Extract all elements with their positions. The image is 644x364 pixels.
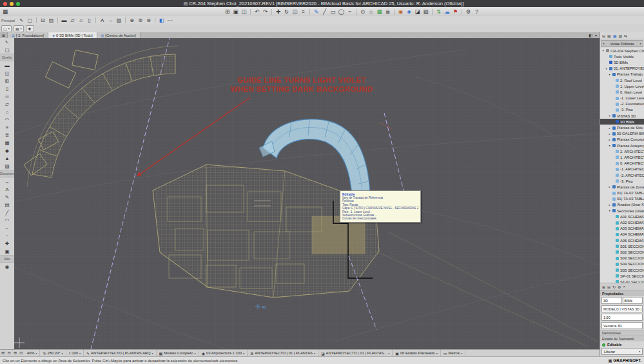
toolbox-group-documento[interactable]: Documento xyxy=(0,170,14,177)
nav-tree-item[interactable]: Todo Visible xyxy=(600,54,644,59)
settings-icon[interactable]: ⚙ xyxy=(464,8,473,15)
nav-tree-item[interactable]: ▸ Plantas Conceptuales xyxy=(600,137,644,143)
tree-caret-icon[interactable]: ▾ xyxy=(608,73,611,76)
toolbar-icon[interactable] xyxy=(57,17,58,23)
box-icon[interactable]: ▭ xyxy=(329,8,337,15)
renovation-filter-dropdown[interactable]: ▣ 06 Estado Planteado xyxy=(393,350,441,356)
figure-tool[interactable]: ▣ xyxy=(0,247,14,255)
toolbar-icon[interactable] xyxy=(356,9,356,15)
tab-overflow-icon[interactable]: ▾ xyxy=(595,33,597,37)
toolbar-icon[interactable] xyxy=(432,9,433,15)
shell-tool[interactable]: ◠ xyxy=(0,116,14,123)
roof-tool-icon[interactable]: ⌂ xyxy=(77,17,85,25)
toolbar-icon[interactable] xyxy=(462,9,462,15)
nav-tree-item[interactable]: 2. Roof Level xyxy=(600,77,644,83)
marquee-tool-icon[interactable]: ▢ xyxy=(26,17,34,25)
nav-tree-item[interactable]: S04 SECCION ARQ... xyxy=(600,261,644,267)
send-receive-icon[interactable]: ⇅ xyxy=(434,8,443,15)
nav-tree-item[interactable]: -2. ARCHITECTURAL... xyxy=(600,172,644,178)
fit-in-window-icon[interactable]: ⊡ xyxy=(18,350,24,356)
publisher-sets-icon[interactable]: ⇆ xyxy=(624,34,627,38)
line-tool[interactable]: ╱ xyxy=(0,208,14,216)
nav-tree-item[interactable]: 01) 7A-03 TABLA DE... xyxy=(600,196,644,202)
toolbar-icon[interactable] xyxy=(95,17,96,23)
nav-tree-item[interactable]: -1. Lower Level xyxy=(600,96,644,101)
minimize-window-button[interactable] xyxy=(10,2,14,6)
toolbox-group-mas[interactable]: Más xyxy=(0,255,14,263)
nav-tree-item[interactable]: -1. ARCHITECTURAL... xyxy=(600,167,644,172)
drawing-canvas[interactable]: GUIDE LINE TURNS LIGHT VIOLET WHEN SETTI… xyxy=(14,38,600,349)
detail-icon[interactable]: ▧ xyxy=(422,8,430,15)
tab-3d-bims[interactable]: ◈ 0 3D BIMs [3D | Todo] xyxy=(48,32,97,38)
toolbar-icon[interactable] xyxy=(155,17,155,23)
arrow-tool-icon[interactable]: ↖ xyxy=(17,17,26,25)
nav-tree-item[interactable]: 0. ARCHITECTURAL... xyxy=(600,161,644,167)
curtain-wall-tool[interactable]: ▦ xyxy=(0,139,14,147)
toolbox-group-diseno[interactable]: Diseño xyxy=(0,54,14,61)
toolbar-icon[interactable] xyxy=(125,17,126,23)
3d-view-icon[interactable]: ◈ xyxy=(405,8,413,15)
nav-tree-item[interactable]: -3. Piso xyxy=(600,107,644,113)
layer-combination-dropdown[interactable]: ≣ ANTEPROYECTO | 01 | PLANTAS xyxy=(248,350,318,356)
grid-snap-icon[interactable]: ▦ xyxy=(375,8,384,15)
layers-icon[interactable]: ≣ xyxy=(384,8,392,15)
nav-tree-item[interactable]: 01) 7A-02 TABLA DE... xyxy=(600,190,644,196)
nav-item-3d-bims[interactable]: 3D BIMs xyxy=(600,119,644,125)
column-tool-icon[interactable]: ▯ xyxy=(85,17,93,25)
tab-overview-icon[interactable]: ⊞ xyxy=(0,32,8,38)
nav-tree-item[interactable]: 1. ARCHITECTURAL... xyxy=(600,154,644,160)
tree-caret-icon[interactable]: ▾ xyxy=(608,144,611,147)
redo-icon[interactable]: ↷ xyxy=(261,8,269,15)
nav-tree-item[interactable]: A05 SCHEMATIC... xyxy=(600,238,644,243)
tree-caret-icon[interactable]: ▾ xyxy=(608,114,611,117)
toolbar-icon[interactable] xyxy=(394,9,395,15)
release-button[interactable]: Liberar xyxy=(601,348,643,355)
nav-tree-item[interactable]: S02 SECCION ARQ... xyxy=(600,249,644,255)
orbit-icon[interactable]: ⊚ xyxy=(136,17,144,25)
help-icon[interactable]: ? xyxy=(473,8,481,15)
zoom-icon[interactable]: ⊙ xyxy=(358,8,367,15)
favorites-icon[interactable]: ⊡ xyxy=(39,17,47,25)
settings-section-header[interactable]: Definiciones xyxy=(600,330,644,336)
zoom-level-dropdown[interactable]: 40% xyxy=(24,350,41,356)
nav-tree-item[interactable]: 1. Upper Level xyxy=(600,83,644,89)
window-tool[interactable]: ⊞ xyxy=(0,77,14,85)
column-tool[interactable]: ▯ xyxy=(0,85,14,92)
delete-item-icon[interactable]: ⊟ xyxy=(607,285,610,289)
wall-tool-icon[interactable]: ▬ xyxy=(60,17,68,25)
railing-tool[interactable]: ≣ xyxy=(0,131,14,139)
view-source-field[interactable]: MODELO | VISTAS 3D | VIST... xyxy=(601,305,643,312)
toolbar-icon[interactable] xyxy=(309,9,310,15)
nav-tree-item[interactable]: A04 SCHEMATIC... xyxy=(600,232,644,238)
toolbar-icon[interactable] xyxy=(250,9,251,15)
rotate-icon[interactable]: ↻ xyxy=(282,8,291,15)
spline-tool[interactable]: ~ xyxy=(0,232,14,239)
tree-caret-icon[interactable]: ▸ xyxy=(608,132,611,136)
explore-icon[interactable]: ⊛ xyxy=(144,17,153,25)
nav-tree-item[interactable]: -3. Piso xyxy=(600,178,644,184)
nav-tree-item[interactable]: -2. Foundations xyxy=(600,101,644,107)
mirror-icon[interactable]: ◫ xyxy=(291,8,299,15)
roof-tool[interactable]: ⌂ xyxy=(0,108,14,116)
spline-icon[interactable]: ~ xyxy=(346,8,354,15)
beam-tool[interactable]: ═ xyxy=(0,92,14,100)
units-dropdown[interactable]: ▭ Metros xyxy=(441,350,465,356)
bimcloud-icon[interactable]: ☁ xyxy=(443,8,451,15)
nav-tree-item[interactable]: A02 SCHEMATIC... xyxy=(600,219,644,225)
arc-tool[interactable]: ◠ xyxy=(0,216,14,224)
properties-header[interactable]: Propiedades xyxy=(600,290,644,296)
view-map-icon[interactable]: ▦ xyxy=(613,34,617,38)
zone-tool[interactable]: ▨ xyxy=(0,162,14,170)
text-tool-icon[interactable]: A xyxy=(98,17,106,25)
view-name-field[interactable]: BIMs xyxy=(623,297,643,304)
zoom-window-button[interactable] xyxy=(16,2,20,6)
trace-reference-icon[interactable]: ◧ xyxy=(157,17,166,25)
nav-tree-item[interactable]: ▸ Plantas de Sitio xyxy=(600,125,644,130)
view-window-field[interactable]: Ventana 3D xyxy=(601,322,643,329)
drawing-canvas-svg[interactable]: GUIDE LINE TURNS LIGHT VIOLET WHEN SETTI… xyxy=(14,38,600,349)
view-scale-field[interactable]: 1:50 xyxy=(601,314,643,321)
toolbar-icon[interactable] xyxy=(36,17,37,23)
view-settings-icon[interactable]: ⚙ xyxy=(618,285,621,289)
navigator-map-header[interactable]: ◂ Vistas Públicas ▸ xyxy=(601,40,643,47)
nav-tree-item[interactable]: ▾ VISTAS 3D xyxy=(600,113,644,119)
